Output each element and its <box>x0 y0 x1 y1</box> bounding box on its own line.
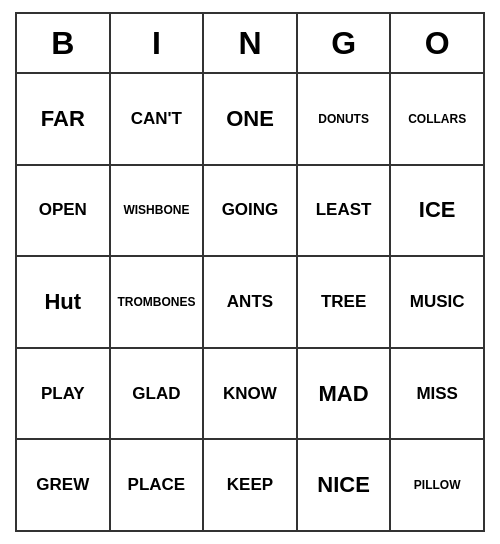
bingo-row-2: HutTROMBONESANTSTREEMUSIC <box>17 257 483 349</box>
bingo-cell-0-3[interactable]: DONUTS <box>298 74 392 164</box>
bingo-cell-4-0[interactable]: GREW <box>17 440 111 530</box>
header-letter-G: G <box>298 14 392 72</box>
bingo-cell-0-0[interactable]: FAR <box>17 74 111 164</box>
header-letter-I: I <box>111 14 205 72</box>
bingo-cell-1-3[interactable]: LEAST <box>298 166 392 256</box>
bingo-cell-0-2[interactable]: ONE <box>204 74 298 164</box>
bingo-cell-4-3[interactable]: NICE <box>298 440 392 530</box>
bingo-cell-4-1[interactable]: PLACE <box>111 440 205 530</box>
header-letter-B: B <box>17 14 111 72</box>
bingo-cell-3-1[interactable]: GLAD <box>111 349 205 439</box>
bingo-cell-1-4[interactable]: ICE <box>391 166 483 256</box>
bingo-cell-0-1[interactable]: CAN'T <box>111 74 205 164</box>
bingo-cell-2-0[interactable]: Hut <box>17 257 111 347</box>
bingo-row-3: PLAYGLADKNOWMADMISS <box>17 349 483 441</box>
bingo-card: BINGO FARCAN'TONEDONUTSCOLLARSOPENWISHBO… <box>15 12 485 532</box>
bingo-cell-3-0[interactable]: PLAY <box>17 349 111 439</box>
bingo-cell-1-2[interactable]: GOING <box>204 166 298 256</box>
bingo-cell-1-0[interactable]: OPEN <box>17 166 111 256</box>
bingo-cell-2-3[interactable]: TREE <box>298 257 392 347</box>
bingo-cell-3-3[interactable]: MAD <box>298 349 392 439</box>
bingo-grid: FARCAN'TONEDONUTSCOLLARSOPENWISHBONEGOIN… <box>17 74 483 530</box>
bingo-cell-1-1[interactable]: WISHBONE <box>111 166 205 256</box>
bingo-row-0: FARCAN'TONEDONUTSCOLLARS <box>17 74 483 166</box>
bingo-cell-3-4[interactable]: MISS <box>391 349 483 439</box>
header-letter-N: N <box>204 14 298 72</box>
bingo-cell-4-2[interactable]: KEEP <box>204 440 298 530</box>
bingo-cell-2-1[interactable]: TROMBONES <box>111 257 205 347</box>
bingo-cell-3-2[interactable]: KNOW <box>204 349 298 439</box>
bingo-cell-2-2[interactable]: ANTS <box>204 257 298 347</box>
bingo-cell-2-4[interactable]: MUSIC <box>391 257 483 347</box>
bingo-row-4: GREWPLACEKEEPNICEPILLOW <box>17 440 483 530</box>
header-letter-O: O <box>391 14 483 72</box>
bingo-cell-4-4[interactable]: PILLOW <box>391 440 483 530</box>
bingo-header: BINGO <box>17 14 483 74</box>
bingo-cell-0-4[interactable]: COLLARS <box>391 74 483 164</box>
bingo-row-1: OPENWISHBONEGOINGLEASTICE <box>17 166 483 258</box>
